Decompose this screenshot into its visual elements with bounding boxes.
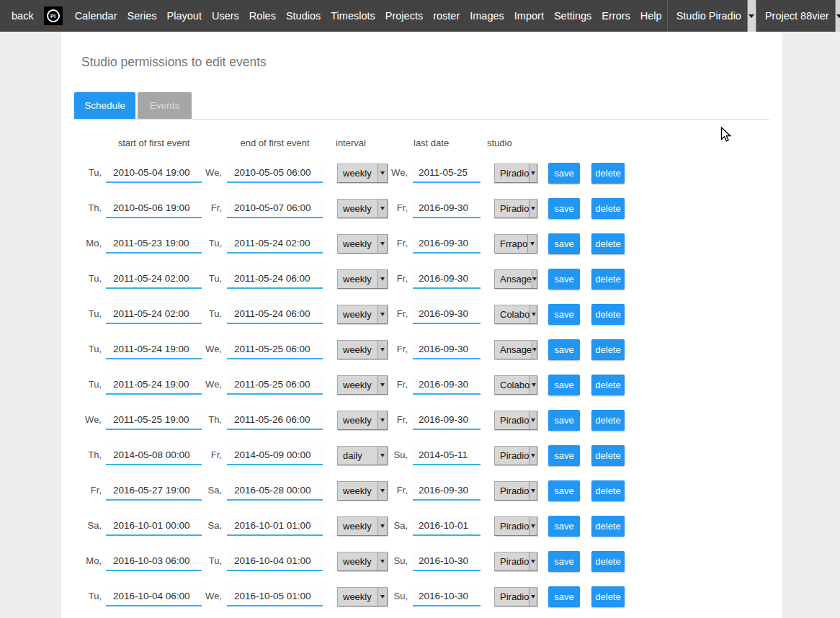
save-button[interactable]: save xyxy=(548,269,580,290)
last-date-input[interactable] xyxy=(413,198,481,218)
interval-select[interactable]: weekly xyxy=(337,269,388,289)
start-datetime-input[interactable] xyxy=(106,480,202,501)
last-date-input[interactable] xyxy=(413,586,481,606)
delete-button[interactable]: delete xyxy=(591,339,625,360)
nav-item[interactable]: Roles xyxy=(244,10,281,22)
studio-select[interactable]: Piradio xyxy=(494,164,537,183)
last-date-input[interactable] xyxy=(413,445,481,465)
interval-select[interactable]: weekly xyxy=(337,164,388,183)
last-date-input[interactable] xyxy=(413,410,481,430)
end-datetime-input[interactable] xyxy=(227,339,323,359)
end-datetime-input[interactable] xyxy=(227,304,323,324)
save-button[interactable]: save xyxy=(548,445,580,466)
save-button[interactable]: save xyxy=(548,586,580,607)
nav-item[interactable]: Settings xyxy=(549,10,597,22)
start-datetime-input[interactable] xyxy=(106,516,202,536)
nav-item[interactable]: roster xyxy=(428,10,465,22)
delete-button[interactable]: delete xyxy=(591,269,625,290)
interval-select[interactable]: weekly xyxy=(337,516,388,536)
interval-select[interactable]: daily xyxy=(337,446,388,465)
save-button[interactable]: save xyxy=(548,551,580,572)
studio-select[interactable]: Piradio xyxy=(494,587,537,606)
interval-select[interactable]: weekly xyxy=(337,340,388,359)
save-button[interactable]: save xyxy=(548,516,580,537)
delete-button[interactable]: delete xyxy=(591,163,625,184)
studio-select[interactable]: Colabo xyxy=(494,305,537,324)
last-date-input[interactable] xyxy=(413,480,481,501)
save-button[interactable]: save xyxy=(548,198,580,219)
nav-item[interactable]: Projects xyxy=(380,10,428,22)
start-datetime-input[interactable] xyxy=(106,269,202,289)
delete-button[interactable]: delete xyxy=(591,551,625,572)
nav-item[interactable]: Help xyxy=(635,10,667,22)
end-datetime-input[interactable] xyxy=(227,269,323,289)
end-datetime-input[interactable] xyxy=(227,375,323,395)
start-datetime-input[interactable] xyxy=(106,233,202,254)
delete-button[interactable]: delete xyxy=(591,198,625,219)
studio-selector-chevron-down-icon[interactable] xyxy=(747,0,756,32)
studio-select[interactable]: Frrapo xyxy=(494,234,537,254)
save-button[interactable]: save xyxy=(548,480,580,501)
interval-select[interactable]: weekly xyxy=(337,305,388,324)
nav-item[interactable]: Import xyxy=(509,10,549,22)
studio-select[interactable]: Piradio xyxy=(494,552,537,571)
delete-button[interactable]: delete xyxy=(591,410,625,431)
start-datetime-input[interactable] xyxy=(106,410,202,430)
start-datetime-input[interactable] xyxy=(106,551,202,571)
start-datetime-input[interactable] xyxy=(106,445,202,465)
nav-item[interactable]: Timeslots xyxy=(326,10,380,22)
studio-select[interactable]: Piradio xyxy=(494,516,537,536)
project-selector[interactable]: Project 88vier xyxy=(756,10,835,22)
start-datetime-input[interactable] xyxy=(106,198,202,218)
last-date-input[interactable] xyxy=(413,516,481,536)
delete-button[interactable]: delete xyxy=(591,375,625,395)
last-date-input[interactable] xyxy=(413,339,481,359)
delete-button[interactable]: delete xyxy=(591,480,625,501)
save-button[interactable]: save xyxy=(548,304,580,325)
start-datetime-input[interactable] xyxy=(106,375,202,395)
interval-select[interactable]: weekly xyxy=(337,552,388,571)
interval-select[interactable]: weekly xyxy=(337,481,388,501)
delete-button[interactable]: delete xyxy=(591,304,625,325)
tab-events[interactable]: Events xyxy=(138,92,192,119)
save-button[interactable]: save xyxy=(548,375,580,395)
studio-select[interactable]: Piradio xyxy=(494,481,537,501)
end-datetime-input[interactable] xyxy=(227,410,323,430)
studio-select[interactable]: Ansage xyxy=(494,340,537,359)
last-date-input[interactable] xyxy=(413,551,481,571)
nav-item[interactable]: Studios xyxy=(281,10,326,22)
end-datetime-input[interactable] xyxy=(227,516,323,536)
last-date-input[interactable] xyxy=(413,375,481,395)
studio-select[interactable]: Piradio xyxy=(494,446,537,465)
end-datetime-input[interactable] xyxy=(227,163,323,183)
end-datetime-input[interactable] xyxy=(227,480,323,501)
studio-select[interactable]: Piradio xyxy=(494,199,537,218)
nav-item[interactable]: Calendar xyxy=(70,10,122,22)
nav-item[interactable]: Series xyxy=(122,10,161,22)
start-datetime-input[interactable] xyxy=(106,163,202,183)
save-button[interactable]: save xyxy=(548,339,580,360)
nav-item[interactable]: Errors xyxy=(597,10,635,22)
save-button[interactable]: save xyxy=(548,163,580,184)
last-date-input[interactable] xyxy=(413,163,481,183)
start-datetime-input[interactable] xyxy=(106,304,202,324)
studio-select[interactable]: Piradio xyxy=(494,411,537,430)
interval-select[interactable]: weekly xyxy=(337,411,388,430)
interval-select[interactable]: weekly xyxy=(337,199,388,218)
delete-button[interactable]: delete xyxy=(591,233,625,254)
interval-select[interactable]: weekly xyxy=(337,234,388,254)
studio-selector[interactable]: Studio Piradio xyxy=(668,10,747,22)
nav-item[interactable]: Playout xyxy=(162,10,207,22)
nav-item[interactable]: Users xyxy=(207,10,244,22)
project-selector-chevron-down-icon[interactable] xyxy=(835,0,840,32)
delete-button[interactable]: delete xyxy=(591,516,625,537)
delete-button[interactable]: delete xyxy=(591,445,625,466)
last-date-input[interactable] xyxy=(413,269,481,289)
interval-select[interactable]: weekly xyxy=(337,375,388,395)
end-datetime-input[interactable] xyxy=(227,233,323,254)
delete-button[interactable]: delete xyxy=(591,586,625,607)
interval-select[interactable]: weekly xyxy=(337,587,388,606)
studio-select[interactable]: Ansage xyxy=(494,269,537,289)
back-link[interactable]: back xyxy=(0,10,40,22)
piradio-logo-icon[interactable]: PI xyxy=(44,6,63,25)
